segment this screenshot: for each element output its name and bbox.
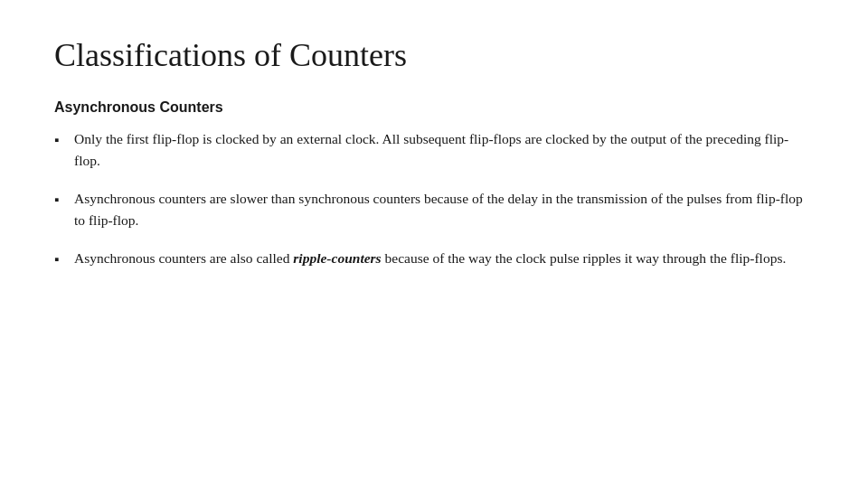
list-item: ▪ Asynchronous counters are also called … — [54, 248, 814, 269]
bullet-text-2: Asynchronous counters are slower than sy… — [74, 188, 814, 231]
section-heading: Asynchronous Counters — [54, 99, 814, 116]
bullet-symbol-2: ▪ — [54, 188, 74, 210]
italic-bold-text: ripple-counters — [293, 250, 381, 266]
page-title: Classifications of Counters — [54, 36, 814, 74]
bullet-symbol-3: ▪ — [54, 248, 74, 269]
list-item: ▪ Asynchronous counters are slower than … — [54, 188, 814, 231]
list-item: ▪ Only the first flip-flop is clocked by… — [54, 128, 814, 172]
bullet-list: ▪ Only the first flip-flop is clocked by… — [54, 128, 814, 269]
bullet-text-3: Asynchronous counters are also called ri… — [74, 248, 814, 269]
bullet-symbol-1: ▪ — [54, 128, 74, 150]
bullet-text-1: Only the first flip-flop is clocked by a… — [74, 128, 814, 172]
